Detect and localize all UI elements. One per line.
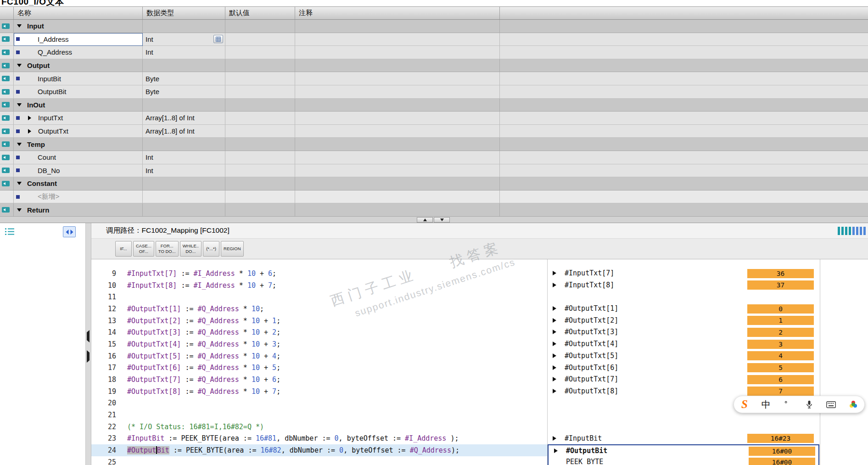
table-row-output[interactable]: Output	[0, 59, 868, 73]
toolbar-button-case[interactable]: CASE...OF...	[133, 241, 154, 257]
splitter-collapse-up-button[interactable]	[417, 217, 433, 223]
code-line[interactable]: 22(* I/O Status: 16#81=I,16#82=Q *)	[91, 421, 547, 433]
code-line[interactable]: 9#InputTxt[7] := #I_Address * 10 + 6;	[91, 268, 547, 280]
default-value-cell[interactable]	[225, 112, 295, 125]
expand-watch-icon[interactable]	[553, 306, 556, 311]
watch-row[interactable]: #OutputBit16#00	[548, 444, 819, 456]
comment-cell[interactable]	[295, 203, 500, 217]
expand-watch-icon[interactable]	[553, 283, 556, 287]
collapse-group-icon[interactable]	[17, 24, 22, 28]
ime-language-mode-button[interactable]: 中	[762, 398, 771, 411]
expand-watch-icon[interactable]	[553, 271, 556, 275]
table-row-outputbit[interactable]: OutputBitByte	[0, 85, 868, 99]
watch-row[interactable]: PEEK_BYTE16#00	[548, 456, 819, 465]
watch-row[interactable]: #OutputTxt[6]5	[547, 362, 820, 374]
table-row-inputbit[interactable]: InputBitByte	[0, 72, 868, 85]
comment-cell[interactable]	[295, 46, 500, 59]
microphone-icon[interactable]	[806, 400, 812, 409]
default-value-cell[interactable]	[225, 125, 295, 138]
name-cell[interactable]: InputTxt	[14, 112, 143, 125]
datatype-cell[interactable]: Int	[143, 33, 225, 46]
watch-row[interactable]: #OutputTxt[7]6	[547, 374, 820, 386]
default-value-cell[interactable]	[225, 177, 295, 190]
default-value-cell[interactable]	[225, 138, 295, 151]
code-line[interactable]: 11	[91, 291, 547, 303]
datatype-cell[interactable]: Int	[143, 164, 225, 178]
code-line[interactable]: 14#OutputTxt[3] := #Q_Address * 10 + 2;	[91, 326, 547, 338]
comment-cell[interactable]	[295, 33, 500, 46]
name-cell[interactable]: Count	[14, 151, 143, 164]
comment-cell[interactable]	[295, 99, 500, 112]
table-row-input[interactable]: Input	[0, 20, 868, 33]
keyboard-icon[interactable]	[826, 401, 836, 408]
name-cell[interactable]: <新增>	[14, 190, 143, 204]
datatype-cell[interactable]	[143, 99, 225, 112]
toolbar-button-while[interactable]: WHILE..DO...	[180, 241, 202, 257]
comment-cell[interactable]	[295, 72, 500, 85]
ime-skin-icon[interactable]	[850, 401, 857, 408]
table-row-inputtxt[interactable]: InputTxtArray[1..8] of Int	[0, 112, 868, 125]
code-line[interactable]: 18#OutputTxt[7] := #Q_Address * 10 + 6;	[91, 374, 547, 386]
collapse-group-icon[interactable]	[17, 103, 22, 106]
name-cell[interactable]: Q_Address	[14, 46, 143, 59]
default-value-cell[interactable]	[225, 190, 295, 204]
name-cell[interactable]: Output	[14, 59, 143, 73]
datatype-cell[interactable]: Int	[143, 46, 225, 59]
comment-cell[interactable]	[295, 190, 500, 204]
code-line[interactable]: 19#OutputTxt[8] := #Q_Address * 10 + 7;	[91, 386, 547, 398]
table-row-inout[interactable]: InOut	[0, 99, 868, 112]
default-value-cell[interactable]	[225, 20, 295, 33]
comment-cell[interactable]	[295, 151, 500, 164]
table-row-row[interactable]: <新增>	[0, 190, 868, 204]
table-row-constant[interactable]: Constant	[0, 177, 868, 190]
name-cell[interactable]: Return	[14, 203, 143, 217]
comment-cell[interactable]	[295, 164, 500, 178]
horizontal-splitter[interactable]	[0, 216, 868, 223]
watch-row[interactable]: #OutputTxt[3]2	[547, 326, 820, 338]
toolbar-button-for[interactable]: FOR...TO DO...	[156, 241, 179, 257]
collapse-group-icon[interactable]	[17, 143, 22, 146]
default-value-cell[interactable]	[225, 99, 295, 112]
code-line[interactable]: 17#OutputTxt[6] := #Q_Address * 10 + 5;	[91, 362, 547, 374]
watch-row[interactable]: #OutputTxt[5]4	[547, 350, 820, 362]
default-value-cell[interactable]	[225, 203, 295, 217]
default-value-cell[interactable]	[225, 46, 295, 59]
table-row-q_address[interactable]: Q_AddressInt	[0, 46, 868, 59]
default-value-cell[interactable]	[225, 85, 295, 99]
table-row-return[interactable]: Return	[0, 203, 868, 217]
watch-row[interactable]: #InputTxt[7]36	[547, 268, 820, 280]
splitter-collapse-down-button[interactable]	[434, 217, 450, 223]
table-row-outputtxt[interactable]: OutputTxtArray[1..8] of Int	[0, 125, 868, 138]
code-line[interactable]: 20	[91, 398, 547, 409]
name-cell[interactable]: OutputBit	[14, 85, 143, 99]
expand-watch-icon[interactable]	[553, 377, 556, 381]
comment-cell[interactable]	[295, 138, 500, 151]
code-line[interactable]: 15#OutputTxt[4] := #Q_Address * 10 + 3;	[91, 338, 547, 350]
datatype-cell[interactable]: Array[1..8] of Int	[143, 112, 225, 125]
comment-cell[interactable]	[295, 85, 500, 99]
toolbar-button-region[interactable]: REGION	[221, 241, 243, 257]
default-value-cell[interactable]	[225, 33, 295, 46]
comment-cell[interactable]	[295, 59, 500, 73]
collapse-group-icon[interactable]	[17, 182, 22, 185]
collapse-left-icon[interactable]	[87, 332, 90, 341]
watch-row[interactable]: #InputBit16#23	[547, 433, 820, 445]
code-line[interactable]: 25	[91, 456, 547, 465]
name-cell[interactable]: Temp	[14, 138, 143, 151]
datatype-cell[interactable]: Byte	[143, 85, 225, 99]
code-line[interactable]: 24#OutputBit := PEEK_BYTE(area := 16#82,…	[91, 444, 547, 456]
code-area[interactable]: 9#InputTxt[7] := #I_Address * 10 + 6;10#…	[91, 259, 868, 465]
datatype-cell[interactable]	[143, 190, 225, 204]
datatype-cell[interactable]	[143, 203, 225, 217]
header-datatype[interactable]: 数据类型	[143, 7, 225, 19]
code-line[interactable]: 16#OutputTxt[5] := #Q_Address * 10 + 4;	[91, 350, 547, 362]
default-value-cell[interactable]	[225, 151, 295, 164]
table-row-count[interactable]: CountInt	[0, 151, 868, 164]
comment-cell[interactable]	[295, 125, 500, 138]
header-comment[interactable]: 注释	[295, 7, 500, 19]
table-row-db_no[interactable]: DB_NoInt	[0, 164, 868, 178]
name-cell[interactable]: Constant	[14, 177, 143, 190]
name-cell[interactable]: OutputTxt	[14, 125, 143, 138]
outline-list-icon[interactable]	[5, 228, 15, 237]
swap-panels-button[interactable]	[63, 226, 76, 237]
